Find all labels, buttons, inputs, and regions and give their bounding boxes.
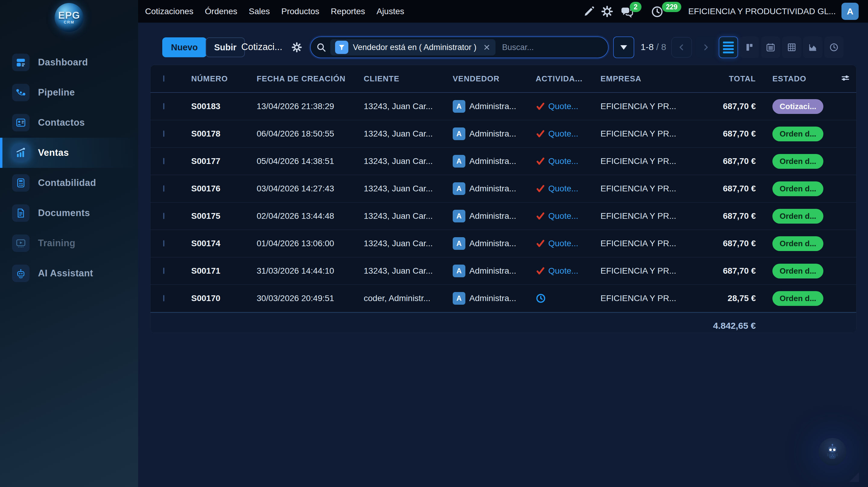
edit-pencil-icon[interactable]	[583, 5, 595, 18]
table-row[interactable]: S00175 02/04/2026 13:44:48 13243, Juan C…	[151, 202, 856, 230]
menu-item-ajustes[interactable]: Ajustes	[376, 7, 404, 16]
search-bar[interactable]: Vendedor está en ( Administrator ) Busca…	[310, 36, 609, 58]
search-dropdown-button[interactable]	[613, 36, 634, 58]
status-badge[interactable]: Orden d...	[772, 291, 824, 306]
status-badge[interactable]: Orden d...	[772, 154, 824, 169]
row-date: 13/04/2026 21:38:29	[257, 102, 364, 111]
table-row[interactable]: S00178 06/04/2026 18:50:55 13243, Juan C…	[151, 120, 856, 148]
sidebar-item-training[interactable]: Training	[0, 228, 138, 258]
row-number[interactable]: S00170	[191, 294, 257, 303]
col-header-fecha[interactable]: FECHA DE CREACIÓN	[257, 74, 364, 84]
logo-subtext: CRM	[64, 20, 74, 24]
view-graph-button[interactable]	[803, 36, 823, 58]
chevron-down-icon	[620, 45, 627, 50]
status-badge[interactable]: Orden d...	[772, 264, 824, 279]
status-badge[interactable]: Orden d...	[772, 209, 824, 224]
app-window: EPG CRM Dashboard Pipeline Contactos	[0, 0, 868, 487]
table-row[interactable]: S00171 31/03/2026 14:44:10 13243, Juan C…	[151, 257, 856, 285]
sidebar-item-label: Pipeline	[38, 87, 75, 98]
view-settings-gear-icon[interactable]	[291, 42, 302, 53]
sidebar-item-label: Training	[38, 238, 75, 249]
activity-cell[interactable]: Quote...	[536, 102, 600, 111]
filter-remove-icon[interactable]	[483, 43, 491, 51]
col-header-actividad[interactable]: ACTIVIDA...	[536, 74, 600, 84]
calculator-icon	[12, 174, 30, 192]
table-row[interactable]: S00176 03/04/2026 14:27:43 13243, Juan C…	[151, 175, 856, 202]
status-badge[interactable]: Orden d...	[772, 182, 824, 196]
menu-item-sales[interactable]: Sales	[249, 7, 270, 16]
col-header-vendedor[interactable]: VENDEDOR	[453, 74, 536, 84]
sidebar-item-contabilidad[interactable]: Contabilidad	[0, 168, 138, 198]
sidebar-item-ai-assistant[interactable]: AI Assistant	[0, 258, 138, 288]
view-calendar-button[interactable]	[761, 36, 780, 58]
row-checkbox[interactable]	[163, 213, 164, 219]
table-footer: 4.842,65 €	[151, 312, 856, 333]
epg-crm-logo[interactable]: EPG CRM	[55, 3, 84, 32]
filter-chip[interactable]: Vendedor está en ( Administrator )	[330, 39, 496, 56]
activity-check-icon	[536, 266, 545, 276]
column-settings-icon[interactable]	[840, 73, 857, 85]
sidebar-item-documents[interactable]: Documents	[0, 198, 138, 228]
row-checkbox[interactable]	[163, 130, 164, 137]
messages-badge: 2	[630, 2, 642, 12]
menu-item-cotizaciones[interactable]: Cotizaciones	[145, 7, 193, 16]
col-header-empresa[interactable]: EMPRESA	[600, 74, 690, 84]
activity-cell[interactable]	[536, 293, 600, 303]
seller-avatar: A	[453, 292, 465, 305]
table-row[interactable]: S00170 30/03/2026 20:49:51 coder, Admini…	[151, 285, 856, 312]
activity-cell[interactable]: Quote...	[536, 239, 600, 248]
view-activity-button[interactable]	[824, 36, 843, 58]
status-badge[interactable]: Orden d...	[772, 236, 824, 251]
row-number[interactable]: S00175	[191, 211, 257, 221]
activity-cell[interactable]: Quote...	[536, 156, 600, 166]
activity-cell[interactable]: Quote...	[536, 129, 600, 139]
sidebar-item-pipeline[interactable]: Pipeline	[0, 77, 138, 107]
upload-button[interactable]: Subir	[206, 37, 245, 57]
menu-item-ordenes[interactable]: Órdenes	[205, 7, 237, 16]
new-button[interactable]: Nuevo	[162, 37, 207, 57]
view-kanban-button[interactable]	[740, 36, 759, 58]
company-name[interactable]: EFICIENCIA Y PRODUCTIVIDAD GL...	[688, 7, 836, 16]
view-list-button[interactable]	[719, 36, 738, 58]
row-number[interactable]: S00177	[191, 156, 257, 166]
sidebar-item-ventas[interactable]: Ventas	[0, 138, 138, 168]
row-number[interactable]: S00176	[191, 184, 257, 193]
sidebar-item-dashboard[interactable]: Dashboard	[0, 47, 138, 77]
select-all-checkbox[interactable]	[163, 75, 164, 82]
row-number[interactable]: S00183	[191, 102, 257, 111]
sidebar-item-contactos[interactable]: Contactos	[0, 107, 138, 138]
menu-item-reportes[interactable]: Reportes	[331, 7, 365, 16]
user-avatar[interactable]: A	[841, 3, 859, 20]
activity-clock-icon[interactable]	[651, 5, 663, 18]
row-checkbox[interactable]	[163, 268, 164, 274]
row-checkbox[interactable]	[163, 103, 164, 109]
col-header-cliente[interactable]: CLIENTE	[364, 74, 453, 84]
menu-item-productos[interactable]: Productos	[281, 7, 319, 16]
row-number[interactable]: S00174	[191, 239, 257, 248]
status-badge[interactable]: Cotizaci...	[772, 99, 824, 114]
activity-cell[interactable]: Quote...	[536, 184, 600, 193]
activity-cell[interactable]: Quote...	[536, 211, 600, 221]
gear-icon[interactable]	[601, 5, 613, 18]
row-number[interactable]: S00178	[191, 129, 257, 139]
row-checkbox[interactable]	[163, 240, 164, 247]
search-input[interactable]: Buscar...	[502, 43, 534, 52]
view-pivot-button[interactable]	[782, 36, 801, 58]
activity-cell[interactable]: Quote...	[536, 266, 600, 276]
col-header-total[interactable]: TOTAL	[690, 74, 756, 84]
row-number[interactable]: S00171	[191, 266, 257, 276]
table-row[interactable]: S00177 05/04/2026 14:38:51 13243, Juan C…	[151, 148, 856, 175]
row-checkbox[interactable]	[163, 295, 164, 301]
table-row[interactable]: S00174 01/04/2026 13:06:00 13243, Juan C…	[151, 230, 856, 257]
status-badge[interactable]: Orden d...	[772, 127, 824, 141]
col-header-estado[interactable]: ESTADO	[756, 74, 840, 84]
next-page-button[interactable]	[695, 37, 716, 58]
row-checkbox[interactable]	[163, 158, 164, 164]
prev-page-button[interactable]	[671, 37, 692, 58]
row-date: 06/04/2026 18:50:55	[257, 129, 364, 139]
row-checkbox[interactable]	[163, 185, 164, 192]
row-company: EFICIENCIA Y PR...	[600, 239, 690, 248]
table-row[interactable]: S00183 13/04/2026 21:38:29 13243, Juan C…	[151, 93, 856, 120]
col-header-numero[interactable]: NÚMERO	[191, 74, 257, 84]
ai-assistant-fab[interactable]	[818, 438, 846, 465]
